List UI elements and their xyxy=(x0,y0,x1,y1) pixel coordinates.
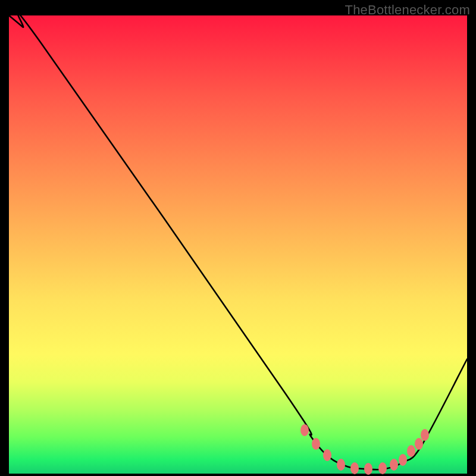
sweet-spot-bead xyxy=(415,438,423,450)
sweet-spot-bead xyxy=(407,445,415,457)
curve-path xyxy=(9,15,467,469)
sweet-spot-bead xyxy=(350,462,359,474)
sweet-spot-bead xyxy=(364,463,372,475)
sweet-spot-bead xyxy=(378,462,387,474)
chart-frame: TheBottlenecker.com xyxy=(0,0,476,476)
plot-area xyxy=(9,15,467,474)
sweet-spot-bead xyxy=(421,429,429,441)
sweet-spot-bead xyxy=(312,438,320,450)
sweet-spot-bead xyxy=(323,449,331,461)
sweet-spot-bead xyxy=(337,459,345,471)
sweet-spot-bead xyxy=(300,424,309,436)
attribution-text: TheBottlenecker.com xyxy=(345,2,470,18)
sweet-spot-bead xyxy=(399,454,407,466)
bottleneck-curve xyxy=(9,15,467,474)
sweet-spot-bead xyxy=(390,459,398,471)
